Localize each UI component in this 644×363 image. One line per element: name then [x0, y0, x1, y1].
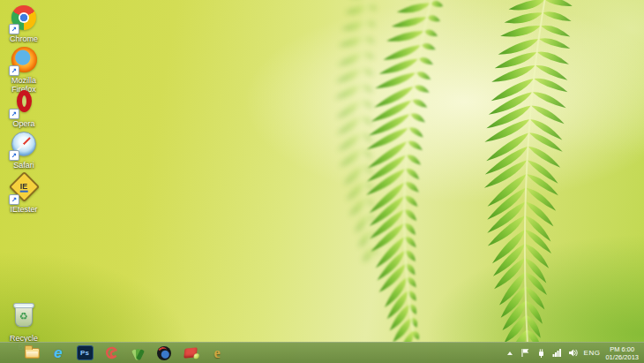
desktop-icon-opera[interactable]: ↗ Opera [4, 87, 44, 128]
taskbar-clock[interactable]: PM 6:00 01/26/2013 [605, 345, 640, 361]
wallpaper-gradient [0, 0, 644, 363]
green-fan-icon [130, 346, 146, 360]
folder-icon [25, 348, 40, 359]
flag-icon [520, 348, 530, 358]
taskbar-green-fan-app-button[interactable] [129, 344, 146, 363]
desktop-icon-safari[interactable]: ↗ Safari [4, 130, 44, 170]
volume-button[interactable] [568, 347, 579, 359]
desktop-icon-firefox[interactable]: ↗ Mozilla Firefox [4, 45, 44, 94]
desktop-icon-label: Opera [4, 119, 44, 128]
shortcut-arrow-badge: ↗ [9, 65, 19, 76]
clock-date: 01/26/2013 [605, 353, 639, 361]
red-swirl-icon [104, 345, 119, 360]
action-center-button[interactable] [520, 347, 531, 359]
desktop-icon-label: Safari [4, 161, 44, 170]
speaker-icon [568, 348, 579, 358]
golden-e-icon: e [213, 346, 220, 360]
network-button[interactable] [552, 347, 563, 359]
wallpaper-leaf-fronds [0, 0, 644, 342]
shortcut-arrow-badge: ↗ [9, 109, 19, 119]
shortcut-arrow-badge: ↗ [9, 150, 19, 161]
taskbar-photoshop-button[interactable]: Ps [76, 344, 94, 363]
windows-desktop: ↗ Chrome ↗ Mozilla Firefox ↗ Opera ↗ Saf… [0, 0, 644, 363]
red-tilt-icon [183, 347, 197, 358]
desktop-icon-ietester[interactable]: IE ↗ IEtester [4, 171, 44, 214]
internet-explorer-icon: e [54, 345, 62, 360]
taskbar-pinned-apps: e Ps e [0, 344, 226, 363]
language-indicator[interactable]: ENG [584, 349, 601, 357]
network-signal-icon [552, 348, 562, 358]
desktop-icon-label: IEtester [4, 205, 44, 214]
clock-time: PM 6:00 [605, 345, 639, 353]
taskbar-red-tilt-app-button[interactable] [182, 344, 199, 363]
taskbar-golden-e-app-button[interactable]: e [208, 344, 226, 363]
taskbar: e Ps e [0, 342, 644, 363]
shortcut-arrow-badge: ↗ [9, 194, 19, 205]
safely-remove-hardware-button[interactable] [536, 347, 547, 359]
taskbar-dark-lens-app-button[interactable] [155, 344, 173, 363]
taskbar-file-explorer-button[interactable] [23, 344, 41, 363]
chevron-up-icon [507, 352, 513, 355]
shortcut-arrow-badge: ↗ [9, 24, 19, 34]
recycle-bin-icon: ♻ [15, 305, 33, 327]
usb-plug-icon [536, 348, 546, 359]
taskbar-red-swirl-app-button[interactable] [102, 344, 120, 363]
desktop-icon-chrome[interactable]: ↗ Chrome [4, 4, 44, 43]
taskbar-internet-explorer-button[interactable]: e [49, 344, 67, 363]
dark-lens-icon [157, 346, 171, 360]
photoshop-icon: Ps [77, 345, 94, 360]
desktop-icon-label: Chrome [4, 34, 44, 43]
show-hidden-icons-button[interactable] [505, 347, 515, 359]
system-tray: ENG PM 6:00 01/26/2013 [505, 345, 644, 361]
